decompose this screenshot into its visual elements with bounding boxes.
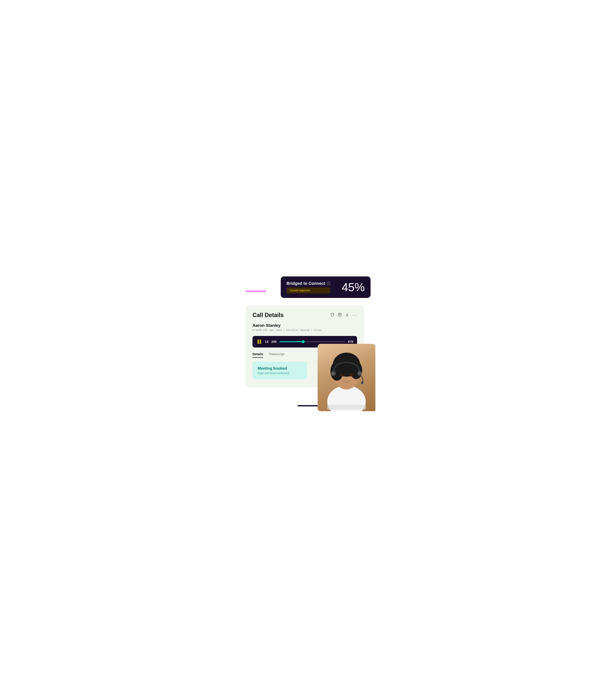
meeting-title: Meeting booked [258, 366, 302, 371]
tab-details[interactable]: Details [253, 352, 263, 358]
bottom-line-decoration [298, 405, 318, 406]
playback-speed[interactable]: 1X [265, 340, 269, 343]
download-icon[interactable] [345, 313, 349, 317]
metric-percent: 45% [342, 281, 365, 293]
progress-bar[interactable] [279, 341, 345, 342]
progress-knob[interactable] [302, 340, 305, 343]
svg-point-11 [340, 374, 344, 377]
meeting-subtitle: Date and time confirmed [258, 372, 302, 375]
meeting-card: Meeting booked Date and time confirmed [253, 362, 307, 379]
agent-photo-placeholder [318, 344, 375, 411]
progress-bar-fill [279, 341, 303, 342]
caller-name: Aaron Stanley [253, 323, 357, 328]
svg-point-10 [361, 381, 363, 384]
svg-rect-13 [327, 405, 366, 410]
svg-point-8 [331, 371, 336, 376]
pause-bar-left [258, 339, 259, 344]
agent-photo [318, 344, 375, 411]
help-icon[interactable]: ? [327, 282, 330, 285]
time-total: 67S [348, 340, 353, 343]
scene: Bridged to Connect ? Could improve 45% C… [245, 267, 371, 411]
status-badge: Could improve [286, 288, 330, 294]
metric-title-text: Bridged to Connect [286, 281, 325, 286]
accent-line-decoration [245, 291, 266, 292]
pause-bar-right [260, 339, 261, 344]
tab-transcript[interactable]: Transcript [269, 352, 284, 358]
toolbar: ··· [331, 313, 357, 318]
svg-point-9 [357, 371, 362, 376]
call-details-title: Call Details [253, 312, 283, 318]
metric-card: Bridged to Connect ? Could improve 45% [281, 276, 371, 298]
pause-button[interactable] [256, 339, 262, 345]
more-options-icon[interactable]: ··· [353, 313, 357, 318]
person-silhouette [321, 347, 372, 411]
metric-title: Bridged to Connect ? [286, 281, 330, 286]
svg-point-12 [349, 374, 353, 377]
upload-icon[interactable] [338, 313, 342, 317]
shield-icon[interactable] [331, 313, 334, 317]
call-meta: 6:08PM EDT Apr,2023 • Parallel Dialed • … [253, 329, 357, 332]
call-header: Call Details [253, 312, 357, 318]
metric-left: Bridged to Connect ? Could improve [286, 281, 330, 294]
time-current: 24S [271, 340, 276, 343]
svg-point-7 [335, 353, 358, 368]
